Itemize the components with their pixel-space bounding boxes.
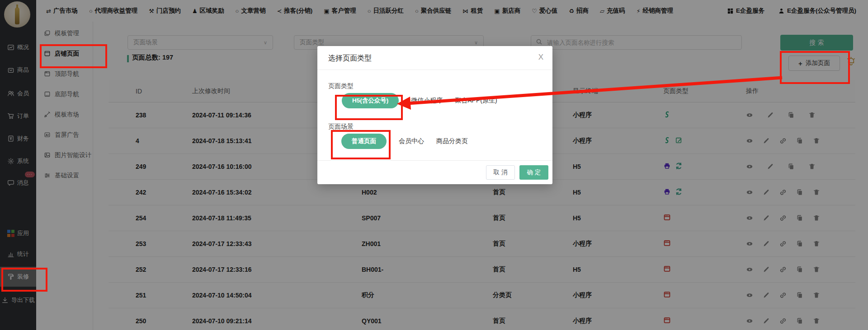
selected-pill-普通页面[interactable]: 普通页面 bbox=[341, 134, 387, 149]
page-scene-options: 普通页面会员中心商品分类页 bbox=[341, 134, 468, 149]
confirm-button[interactable]: 确 定 bbox=[519, 165, 548, 180]
page-type-group-label: 页面类型 bbox=[328, 82, 354, 90]
dialog-footer: 取 消 确 定 bbox=[317, 160, 552, 184]
select-page-type-dialog: 选择页面类型 X 页面类型 H5(含公众号)微信小程序聚合APP(原生) 页面场… bbox=[317, 46, 552, 184]
option-商品分类页[interactable]: 商品分类页 bbox=[436, 137, 468, 145]
dialog-header: 选择页面类型 X bbox=[317, 46, 552, 70]
option-微信小程序[interactable]: 微信小程序 bbox=[411, 97, 443, 105]
selected-pill-H5(含公众号)[interactable]: H5(含公众号) bbox=[342, 93, 399, 108]
option-会员中心[interactable]: 会员中心 bbox=[399, 137, 424, 145]
close-icon[interactable]: X bbox=[538, 53, 543, 62]
admin-decoration-page: ⇄广告市场○代理商收益管理⚒门店预约♟区域奖励○文章营销≺推客(分销)▣客户管理… bbox=[0, 0, 868, 330]
option-聚合APP(原生)[interactable]: 聚合APP(原生) bbox=[455, 97, 497, 105]
page-type-options: H5(含公众号)微信小程序聚合APP(原生) bbox=[342, 93, 497, 108]
dialog-title: 选择页面类型 bbox=[328, 54, 372, 63]
cancel-button[interactable]: 取 消 bbox=[486, 165, 515, 180]
page-scene-group-label: 页面场景 bbox=[328, 123, 354, 131]
